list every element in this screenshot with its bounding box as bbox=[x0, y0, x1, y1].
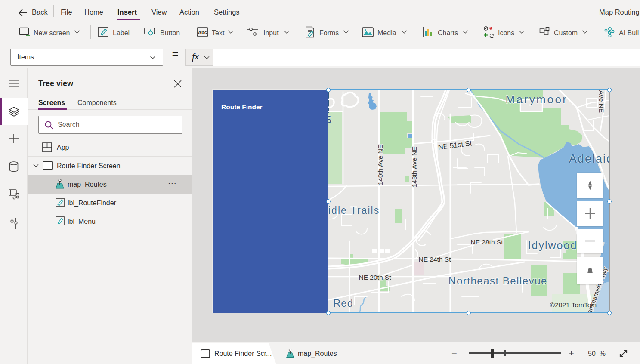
svg-text:Marymoor: Marymoor bbox=[505, 93, 568, 106]
svg-text:S: S bbox=[328, 114, 331, 125]
svg-text:NE 20th St: NE 20th St bbox=[359, 274, 392, 281]
svg-text:148th Ave NE: 148th Ave NE bbox=[411, 147, 418, 188]
svg-text:idle Trails: idle Trails bbox=[328, 205, 380, 216]
svg-text:NE 28th St: NE 28th St bbox=[471, 238, 504, 246]
svg-text:Northeast Bellevue: Northeast Bellevue bbox=[448, 275, 547, 287]
svg-text:140th Ave NE: 140th Ave NE bbox=[377, 145, 384, 185]
svg-text:Adelaide: Adelaide bbox=[569, 152, 609, 165]
svg-text:Ave NE: Ave NE bbox=[598, 90, 605, 113]
svg-text:©2021 TomTom: ©2021 TomTom bbox=[550, 301, 597, 308]
svg-text:Idylwood: Idylwood bbox=[528, 239, 578, 251]
svg-text:NE 24th St: NE 24th St bbox=[419, 256, 451, 263]
svg-text:Abc: Abc bbox=[198, 30, 207, 35]
svg-text:Red: Red bbox=[333, 297, 353, 309]
